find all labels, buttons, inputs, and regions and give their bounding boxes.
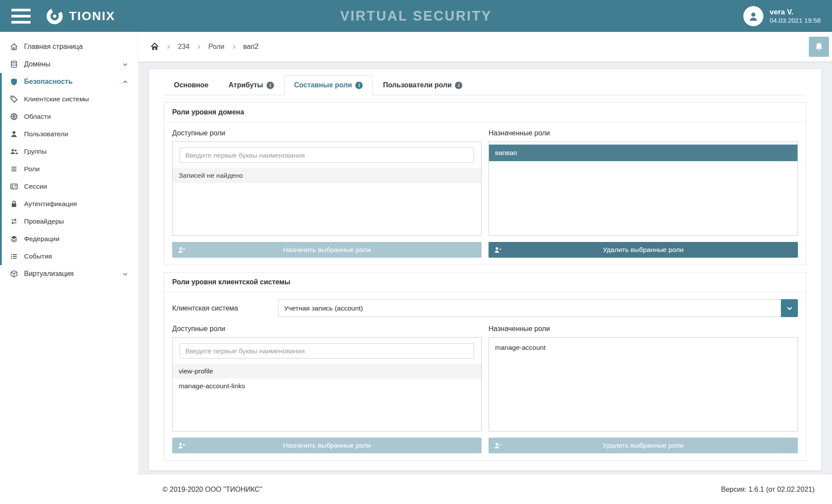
client-roles-search-input[interactable] xyxy=(180,343,474,359)
sidebar-item-security[interactable]: Безопасность xyxy=(2,73,138,90)
copyright-text: © 2019-2020 ООО "ТИОНИКС" xyxy=(163,486,262,494)
sidebar-item-label: Провайдеры xyxy=(24,217,64,225)
sidebar-item-home[interactable]: Главная страница xyxy=(0,38,138,55)
client-system-select[interactable]: Учетная запись (account) xyxy=(278,299,798,317)
sidebar-item-providers[interactable]: Провайдеры xyxy=(2,213,138,230)
client-available-roles-list: view-profile manage-account-links xyxy=(172,337,482,432)
sidebar-item-events[interactable]: События xyxy=(2,248,138,265)
panel-title: Роли уровня клиентской системы xyxy=(164,273,806,292)
breadcrumb-item[interactable]: Роли xyxy=(208,43,225,51)
tab-main[interactable]: Основное xyxy=(164,75,218,95)
client-system-label: Клиентская система xyxy=(172,304,278,312)
tab-bar: Основное Атрибуты i Составные роли i Пол… xyxy=(164,75,806,95)
sidebar-item-users[interactable]: Пользователи xyxy=(2,125,138,143)
domain-available-roles-list: Записей не найдено xyxy=(172,142,482,236)
sidebar-item-federations[interactable]: Федерации xyxy=(2,230,138,248)
home-icon xyxy=(10,43,18,51)
sidebar-item-domains[interactable]: Домены xyxy=(0,55,138,73)
button-label: Назначить выбранные роли xyxy=(172,442,482,449)
breadcrumb: 234 Роли вап2 xyxy=(138,32,832,62)
sidebar-item-label: События xyxy=(24,252,52,260)
sidebar-item-areas[interactable]: Области xyxy=(2,108,138,125)
tab-attributes[interactable]: Атрибуты i xyxy=(218,75,284,95)
client-assigned-roles-list: manage-account xyxy=(489,337,798,432)
breadcrumb-item[interactable]: 234 xyxy=(178,43,190,51)
sidebar-item-label: Пользователи xyxy=(24,130,68,138)
list-item[interactable]: view-profile xyxy=(173,364,481,379)
sidebar-item-virtualization[interactable]: Виртуализация xyxy=(0,265,138,283)
person-plus-icon xyxy=(177,442,186,450)
layers-icon xyxy=(10,235,18,243)
domain-assigned-roles-list: вапвап xyxy=(489,142,798,236)
sidebar-item-client-systems[interactable]: Клиентские системы xyxy=(2,90,138,108)
event-list-icon xyxy=(10,252,18,260)
bell-icon xyxy=(814,42,824,52)
assigned-roles-label: Назначенные роли xyxy=(489,325,798,333)
sidebar-item-label: Роли xyxy=(24,165,40,173)
person-icon xyxy=(747,10,759,22)
sidebar-group-security: Безопасность Клиентские системы Области xyxy=(0,73,138,265)
chevron-down-icon xyxy=(781,299,798,317)
avatar xyxy=(743,6,763,26)
shield-icon xyxy=(10,78,18,86)
id-card-icon xyxy=(10,183,18,190)
info-icon: i xyxy=(355,82,363,89)
list-item[interactable]: manage-account-links xyxy=(173,379,481,394)
available-roles-label: Доступные роли xyxy=(172,325,482,333)
user-datetime: 04.03.2021 19:58 xyxy=(770,17,821,25)
list-icon xyxy=(10,165,18,173)
tab-role-users[interactable]: Пользователи роли i xyxy=(373,75,472,95)
list-item-selected[interactable]: вапвап xyxy=(489,145,797,161)
empty-state-row: Записей не найдено xyxy=(173,168,481,183)
domain-roles-panel: Роли уровня домена Доступные роли Записе… xyxy=(164,102,806,265)
app-footer: © 2019-2020 ООО "ТИОНИКС" Версия: 1.6.1 … xyxy=(138,475,832,504)
chevron-right-icon xyxy=(197,45,201,49)
user-icon xyxy=(10,130,18,138)
button-label: Удалить выбранные роли xyxy=(489,246,798,254)
client-assign-roles-button[interactable]: Назначить выбранные роли xyxy=(172,438,482,453)
sidebar-item-label: Федерации xyxy=(24,235,59,243)
button-label: Назначить выбранные роли xyxy=(172,246,482,254)
role-card: Основное Атрибуты i Составные роли i Пол… xyxy=(149,69,822,471)
sidebar-item-authentication[interactable]: Аутентификация xyxy=(2,195,138,213)
panel-title: Роли уровня домена xyxy=(164,103,806,122)
sidebar-security-submenu: Клиентские системы Области Пользователи xyxy=(2,90,138,265)
notifications-button[interactable] xyxy=(809,37,829,57)
sidebar-item-sessions[interactable]: Сессии xyxy=(2,178,138,195)
button-label: Удалить выбранные роли xyxy=(489,442,798,449)
app-header: TIONIX VIRTUAL SECURITY vera V. 04.03.20… xyxy=(0,0,832,32)
sidebar-item-label: Безопасность xyxy=(24,78,73,86)
person-minus-icon xyxy=(494,442,502,450)
domain-remove-roles-button[interactable]: Удалить выбранные роли xyxy=(489,242,798,258)
logo-text: TIONIX xyxy=(69,9,115,23)
sidebar-item-label: Клиентские системы xyxy=(24,95,89,103)
chevron-down-icon xyxy=(122,271,128,277)
available-roles-label: Доступные роли xyxy=(172,129,482,137)
list-item[interactable]: manage-account xyxy=(489,340,797,355)
cube-icon xyxy=(10,270,18,278)
chevron-down-icon xyxy=(122,61,128,68)
tag-icon xyxy=(10,95,18,103)
chevron-right-icon xyxy=(166,45,171,49)
version-text: Версия: 1.6.1 (от 02.02.2021) xyxy=(721,486,815,494)
user-menu[interactable]: vera V. 04.03.2021 19:58 xyxy=(743,6,821,26)
domain-assign-roles-button[interactable]: Назначить выбранные роли xyxy=(172,242,482,258)
sidebar-item-roles[interactable]: Роли xyxy=(2,160,138,178)
client-remove-roles-button[interactable]: Удалить выбранные роли xyxy=(489,438,798,453)
tab-composite-roles[interactable]: Составные роли i xyxy=(284,75,373,95)
home-icon[interactable] xyxy=(150,42,159,51)
menu-toggle-button[interactable] xyxy=(11,9,31,24)
logo[interactable]: TIONIX xyxy=(45,7,115,25)
sidebar-item-label: Группы xyxy=(24,148,47,155)
users-group-icon xyxy=(10,148,18,155)
domain-roles-search-input[interactable] xyxy=(180,148,474,163)
sidebar-item-groups[interactable]: Группы xyxy=(2,143,138,160)
client-roles-panel: Роли уровня клиентской системы Клиентска… xyxy=(164,272,806,461)
select-value: Учетная запись (account) xyxy=(284,304,363,312)
sidebar-item-label: Виртуализация xyxy=(24,270,74,278)
info-icon: i xyxy=(455,82,462,89)
breadcrumb-item-current: вап2 xyxy=(243,43,259,51)
transfer-arrows-icon xyxy=(10,217,18,225)
tab-label: Основное xyxy=(174,81,208,89)
tab-label: Атрибуты xyxy=(229,81,263,89)
